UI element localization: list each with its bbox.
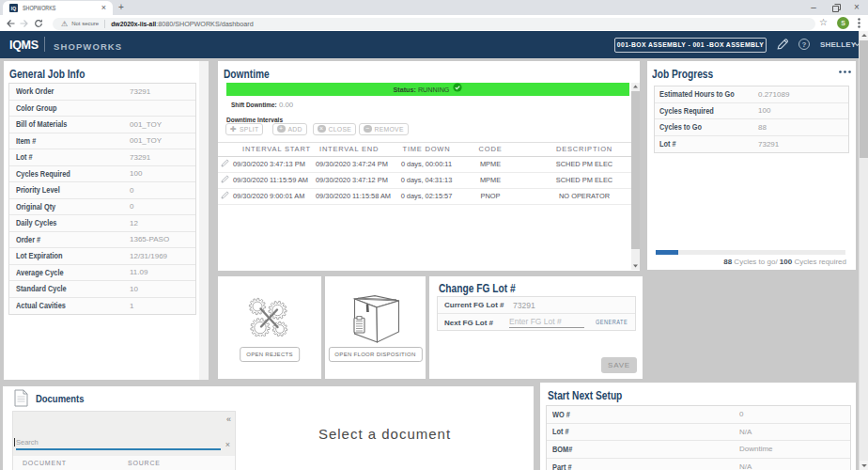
col-code: CODE (457, 145, 524, 153)
favicon-iqms-icon: IQ (9, 4, 18, 12)
table-row: Original Qty0 (9, 199, 195, 216)
general-job-info-scrollbar[interactable] (199, 61, 209, 380)
edit-row-pencil-icon[interactable] (218, 175, 231, 185)
generate-link[interactable]: GENERATE (596, 319, 628, 325)
row-label: Cycles Required (659, 106, 714, 116)
row-value: 100 (758, 106, 770, 115)
row-value: 12/31/1969 (130, 252, 167, 260)
button-label: ADD (288, 126, 302, 133)
row-label: BOM# (552, 445, 572, 454)
open-floor-disposition-button[interactable]: OPEN FLOOR DISPOSITION (328, 347, 422, 362)
downtime-scrollbar[interactable] (631, 83, 640, 270)
edit-row-pencil-icon[interactable] (218, 159, 231, 169)
new-tab-button[interactable]: + (116, 3, 126, 12)
collapse-chevrons-icon[interactable]: « (226, 415, 231, 424)
row-label: Part # (552, 462, 571, 470)
remove-icon: − (364, 125, 372, 133)
row-value: 73291 (130, 87, 150, 96)
documents-title: Documents (36, 393, 85, 404)
downtime-interval-row: 09/30/2020 3:47:13 PM09/30/2020 3:47:24 … (218, 157, 631, 173)
downtime-scroll-thumb[interactable] (631, 91, 640, 249)
status-check-icon (453, 83, 462, 92)
browser-tab-strip: IQ SHOPWORKS × + – × (0, 0, 868, 15)
job-progress-title: Job Progress (652, 68, 713, 81)
row-label: Lot Expiration (16, 251, 63, 260)
browser-menu-icon[interactable] (858, 18, 860, 28)
document-search-input[interactable] (16, 436, 221, 450)
cycles-required-number: 100 (780, 258, 792, 266)
downtime-title: Downtime (224, 68, 270, 81)
search-clear-icon[interactable]: × (225, 440, 230, 449)
time-down-cell: 0 days, 00:00:11 (396, 160, 457, 168)
window-close-button[interactable]: × (851, 2, 862, 13)
back-button[interactable] (6, 19, 15, 28)
not-secure-warning-icon[interactable]: ⚠ (61, 20, 68, 28)
change-fg-lot-panel: Change FG Lot # Current FG Lot # 73291 N… (429, 276, 643, 379)
table-row: Lot Expiration12/31/1969 (9, 248, 195, 265)
table-row: Lot #73291 (9, 149, 195, 166)
page-scroll-down-icon[interactable] (860, 461, 868, 470)
add-button[interactable]: +ADD (272, 123, 307, 135)
page-scroll-thumb[interactable] (860, 40, 868, 158)
split-button[interactable]: ✚SPLIT (225, 123, 263, 135)
edit-row-pencil-icon[interactable] (218, 191, 231, 201)
button-label: REMOVE (375, 126, 404, 133)
row-value: 73291 (758, 140, 779, 149)
table-row: Lot #N/A (547, 424, 850, 442)
close-button[interactable]: ×CLOSE (313, 123, 356, 135)
url-host: dw2020x-iis-all (111, 21, 156, 27)
documents-table-header: DOCUMENT SOURCE (13, 456, 235, 470)
workcenter-selector-button[interactable]: 001-BOX ASSEMBLY - 001 -BOX ASSEMBLY (614, 38, 767, 53)
page-scrollbar[interactable] (859, 31, 868, 470)
shift-downtime: Shift Downtime:0.00 (231, 101, 287, 109)
next-fg-lot-label: Next FG Lot # (444, 319, 493, 327)
window-minimize-button[interactable]: – (808, 2, 819, 13)
row-label: Order # (16, 235, 40, 244)
time-down-cell: 0 days, 02:15:57 (396, 192, 457, 200)
app-header: IQMS SHOPWORKS 001-BOX ASSEMBLY - 001 -B… (0, 31, 868, 58)
table-row: Work Order73291 (9, 84, 195, 101)
row-value: 100 (130, 169, 142, 178)
user-menu[interactable]: SHELLEY (820, 40, 856, 49)
profile-avatar[interactable]: S (837, 17, 849, 29)
bookmark-star-icon[interactable]: ☆ (819, 17, 828, 27)
reload-button[interactable] (34, 19, 43, 28)
floor-disposition-card: OPEN FLOOR DISPOSITION (325, 276, 426, 379)
tab-close-icon[interactable]: × (101, 4, 106, 12)
shift-downtime-label: Shift Downtime: (231, 101, 277, 109)
documents-sidebar: « × DOCUMENT SOURCE (12, 411, 236, 470)
browser-toolbar: ⚠ Not secure dw2020x-iis-all:8080/SHOPWO… (0, 15, 868, 31)
button-label: SPLIT (240, 126, 258, 133)
downtime-interval-row: 09/30/2020 9:00:01 AM09/30/2020 11:15:58… (218, 189, 631, 205)
remove-button[interactable]: −REMOVE (359, 123, 409, 135)
page-scroll-up-icon[interactable] (860, 31, 868, 40)
edit-pencil-icon[interactable] (776, 38, 789, 51)
status-label: Status: (394, 86, 416, 94)
floor-box-icon (349, 290, 402, 344)
job-progress-menu-icon[interactable] (839, 70, 851, 73)
row-label: Item # (16, 136, 36, 146)
browser-tab[interactable]: IQ SHOPWORKS × (3, 1, 113, 15)
window-restore-button[interactable] (832, 4, 844, 12)
interval-start-cell: 09/30/2020 3:47:13 PM (231, 160, 312, 168)
next-fg-lot-input[interactable] (509, 317, 584, 328)
address-bar[interactable]: ⚠ Not secure dw2020x-iis-all:8080/SHOPWO… (53, 18, 815, 30)
open-rejects-button[interactable]: OPEN REJECTS (240, 347, 300, 362)
scroll-down-icon[interactable] (631, 261, 640, 270)
scroll-up-icon[interactable] (631, 83, 640, 91)
table-row: Actual Cavities1 (9, 298, 195, 315)
tab-title: SHOPWORKS (23, 5, 87, 11)
start-next-setup-title: Start Next Setup (548, 389, 622, 402)
row-label: Cycles to Go (659, 122, 702, 132)
job-progress-fill (656, 250, 678, 255)
code-cell: MPME (457, 176, 524, 184)
help-icon[interactable]: ? (798, 39, 810, 50)
col-description: DESCRIPTION (524, 145, 631, 153)
forward-button[interactable] (20, 19, 29, 28)
row-label: Lot # (659, 139, 676, 149)
button-label: CLOSE (329, 126, 352, 133)
description-cell: SCHED PM ELEC (524, 176, 631, 184)
save-button[interactable]: SAVE (601, 357, 637, 373)
cycles-to-go-number: 88 (723, 258, 732, 266)
start-next-setup-panel: Start Next Setup WO #0Lot #N/ABOM#Downti… (540, 383, 856, 470)
